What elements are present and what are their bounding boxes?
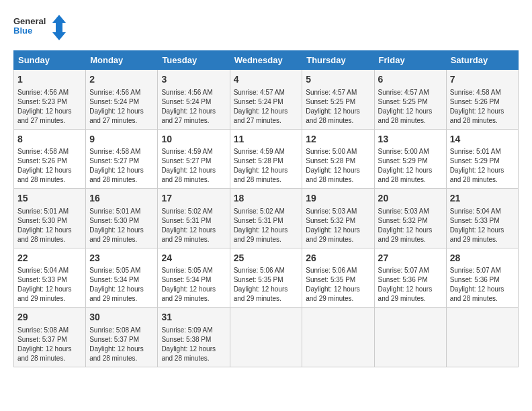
day-info: Sunrise: 5:04 AM Sunset: 5:33 PM Dayligh… [17, 266, 82, 304]
day-number: 10 [161, 133, 226, 146]
calendar-cell [374, 308, 446, 367]
day-info: Sunrise: 4:58 AM Sunset: 5:27 PM Dayligh… [89, 147, 154, 185]
day-number: 8 [17, 133, 82, 146]
weekday-header-wednesday: Wednesday [230, 51, 302, 70]
day-number: 6 [378, 73, 443, 87]
calendar-cell: 28Sunrise: 5:07 AM Sunset: 5:36 PM Dayli… [446, 248, 518, 308]
calendar-cell: 14Sunrise: 5:01 AM Sunset: 5:29 PM Dayli… [446, 129, 518, 189]
weekday-header-sunday: Sunday [14, 51, 86, 70]
day-number: 26 [306, 252, 370, 265]
calendar-week-row: 29Sunrise: 5:08 AM Sunset: 5:37 PM Dayli… [14, 308, 519, 367]
day-info: Sunrise: 5:02 AM Sunset: 5:31 PM Dayligh… [234, 207, 299, 244]
calendar-cell: 23Sunrise: 5:05 AM Sunset: 5:34 PM Dayli… [86, 248, 158, 308]
day-number: 21 [450, 192, 515, 205]
day-number: 13 [378, 133, 443, 146]
svg-marker-2 [52, 15, 66, 40]
calendar-cell: 1Sunrise: 4:56 AM Sunset: 5:23 PM Daylig… [14, 70, 86, 130]
day-info: Sunrise: 4:57 AM Sunset: 5:24 PM Dayligh… [234, 88, 299, 126]
day-info: Sunrise: 4:59 AM Sunset: 5:28 PM Dayligh… [234, 147, 299, 185]
calendar-cell: 17Sunrise: 5:02 AM Sunset: 5:31 PM Dayli… [158, 189, 230, 248]
calendar-cell: 25Sunrise: 5:06 AM Sunset: 5:35 PM Dayli… [230, 248, 302, 308]
day-number: 17 [161, 192, 226, 205]
day-number: 16 [89, 192, 154, 205]
calendar-week-row: 15Sunrise: 5:01 AM Sunset: 5:30 PM Dayli… [14, 189, 519, 248]
day-info: Sunrise: 5:00 AM Sunset: 5:29 PM Dayligh… [378, 147, 443, 185]
day-number: 20 [378, 192, 443, 205]
calendar-week-row: 1Sunrise: 4:56 AM Sunset: 5:23 PM Daylig… [14, 70, 519, 130]
day-info: Sunrise: 5:03 AM Sunset: 5:32 PM Dayligh… [378, 207, 443, 244]
day-number: 19 [306, 192, 370, 205]
calendar-cell: 26Sunrise: 5:06 AM Sunset: 5:35 PM Dayli… [302, 248, 374, 308]
day-number: 7 [450, 73, 515, 87]
calendar-cell: 30Sunrise: 5:08 AM Sunset: 5:37 PM Dayli… [86, 308, 158, 367]
day-info: Sunrise: 5:08 AM Sunset: 5:37 PM Dayligh… [17, 326, 82, 363]
day-number: 30 [89, 311, 154, 324]
calendar-cell: 19Sunrise: 5:03 AM Sunset: 5:32 PM Dayli… [302, 189, 374, 248]
day-info: Sunrise: 4:56 AM Sunset: 5:24 PM Dayligh… [89, 88, 154, 126]
day-info: Sunrise: 5:05 AM Sunset: 5:34 PM Dayligh… [161, 266, 226, 304]
logo-svg: General Blue [13, 13, 67, 44]
day-number: 31 [161, 311, 226, 324]
day-info: Sunrise: 4:57 AM Sunset: 5:25 PM Dayligh… [306, 88, 370, 126]
calendar-cell: 27Sunrise: 5:07 AM Sunset: 5:36 PM Dayli… [374, 248, 446, 308]
day-info: Sunrise: 4:56 AM Sunset: 5:24 PM Dayligh… [161, 88, 226, 126]
svg-text:Blue: Blue [13, 26, 32, 36]
day-number: 27 [378, 252, 443, 265]
day-info: Sunrise: 4:59 AM Sunset: 5:27 PM Dayligh… [161, 147, 226, 185]
day-info: Sunrise: 5:00 AM Sunset: 5:28 PM Dayligh… [306, 147, 370, 185]
day-number: 2 [89, 73, 154, 87]
day-number: 23 [89, 252, 154, 265]
logo: General Blue [13, 13, 67, 44]
day-number: 22 [17, 252, 82, 265]
calendar-cell: 3Sunrise: 4:56 AM Sunset: 5:24 PM Daylig… [158, 70, 230, 130]
calendar-cell: 11Sunrise: 4:59 AM Sunset: 5:28 PM Dayli… [230, 129, 302, 189]
day-info: Sunrise: 5:07 AM Sunset: 5:36 PM Dayligh… [450, 266, 515, 304]
calendar-cell: 4Sunrise: 4:57 AM Sunset: 5:24 PM Daylig… [230, 70, 302, 130]
calendar-cell: 29Sunrise: 5:08 AM Sunset: 5:37 PM Dayli… [14, 308, 86, 367]
day-info: Sunrise: 5:04 AM Sunset: 5:33 PM Dayligh… [450, 207, 515, 244]
weekday-header-thursday: Thursday [302, 51, 374, 70]
day-info: Sunrise: 5:06 AM Sunset: 5:35 PM Dayligh… [234, 266, 299, 304]
day-info: Sunrise: 5:07 AM Sunset: 5:36 PM Dayligh… [378, 266, 443, 304]
calendar-cell: 7Sunrise: 4:58 AM Sunset: 5:26 PM Daylig… [446, 70, 518, 130]
calendar-cell: 24Sunrise: 5:05 AM Sunset: 5:34 PM Dayli… [158, 248, 230, 308]
day-number: 3 [161, 73, 226, 87]
weekday-header-friday: Friday [374, 51, 446, 70]
day-number: 29 [17, 311, 82, 324]
day-number: 11 [234, 133, 299, 146]
weekday-header-monday: Monday [86, 51, 158, 70]
calendar-cell: 31Sunrise: 5:09 AM Sunset: 5:38 PM Dayli… [158, 308, 230, 367]
day-info: Sunrise: 5:01 AM Sunset: 5:30 PM Dayligh… [17, 207, 82, 244]
day-number: 14 [450, 133, 515, 146]
calendar-cell: 6Sunrise: 4:57 AM Sunset: 5:25 PM Daylig… [374, 70, 446, 130]
calendar-cell [446, 308, 518, 367]
calendar-cell: 12Sunrise: 5:00 AM Sunset: 5:28 PM Dayli… [302, 129, 374, 189]
day-number: 9 [89, 133, 154, 146]
day-number: 4 [234, 73, 299, 87]
calendar-cell: 2Sunrise: 4:56 AM Sunset: 5:24 PM Daylig… [86, 70, 158, 130]
day-info: Sunrise: 5:08 AM Sunset: 5:37 PM Dayligh… [89, 326, 154, 363]
calendar-table: SundayMondayTuesdayWednesdayThursdayFrid… [13, 50, 519, 367]
day-number: 5 [306, 73, 370, 87]
calendar-cell: 21Sunrise: 5:04 AM Sunset: 5:33 PM Dayli… [446, 189, 518, 248]
day-info: Sunrise: 5:06 AM Sunset: 5:35 PM Dayligh… [306, 266, 370, 304]
calendar-cell: 22Sunrise: 5:04 AM Sunset: 5:33 PM Dayli… [14, 248, 86, 308]
calendar-cell: 20Sunrise: 5:03 AM Sunset: 5:32 PM Dayli… [374, 189, 446, 248]
day-number: 12 [306, 133, 370, 146]
day-number: 18 [234, 192, 299, 205]
calendar-cell: 16Sunrise: 5:01 AM Sunset: 5:30 PM Dayli… [86, 189, 158, 248]
calendar-cell [230, 308, 302, 367]
svg-text:General: General [13, 16, 46, 26]
day-info: Sunrise: 4:57 AM Sunset: 5:25 PM Dayligh… [378, 88, 443, 126]
calendar-cell: 13Sunrise: 5:00 AM Sunset: 5:29 PM Dayli… [374, 129, 446, 189]
weekday-header-saturday: Saturday [446, 51, 518, 70]
weekday-header-tuesday: Tuesday [158, 51, 230, 70]
day-info: Sunrise: 5:09 AM Sunset: 5:38 PM Dayligh… [161, 326, 226, 363]
weekday-header-row: SundayMondayTuesdayWednesdayThursdayFrid… [14, 51, 519, 70]
calendar-cell: 15Sunrise: 5:01 AM Sunset: 5:30 PM Dayli… [14, 189, 86, 248]
day-info: Sunrise: 4:58 AM Sunset: 5:26 PM Dayligh… [450, 88, 515, 126]
calendar-cell: 5Sunrise: 4:57 AM Sunset: 5:25 PM Daylig… [302, 70, 374, 130]
calendar-cell: 18Sunrise: 5:02 AM Sunset: 5:31 PM Dayli… [230, 189, 302, 248]
day-number: 1 [17, 73, 82, 87]
day-number: 15 [17, 192, 82, 205]
